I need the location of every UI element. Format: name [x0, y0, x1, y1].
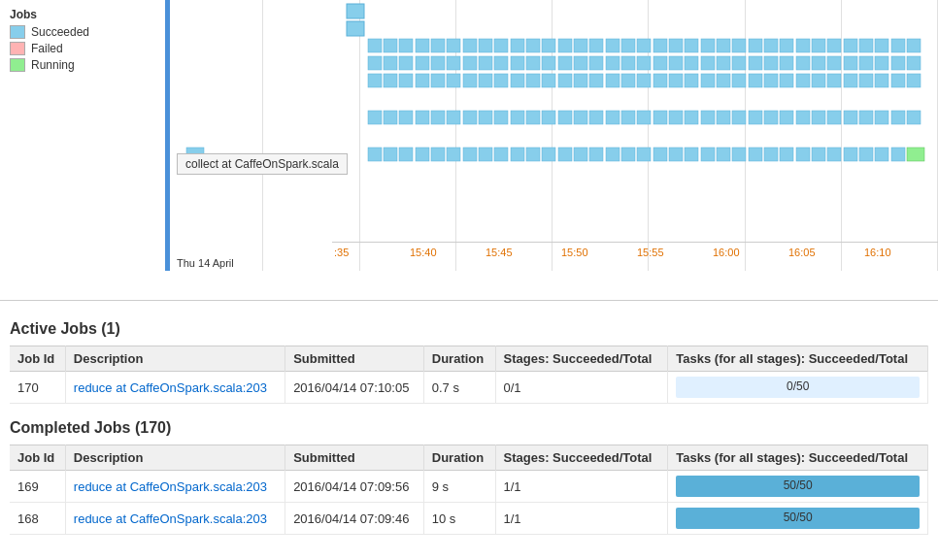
svg-rect-103	[859, 74, 873, 87]
job-duration-cell: 9 s	[423, 471, 495, 503]
svg-rect-52	[606, 56, 620, 70]
svg-rect-42	[447, 56, 460, 70]
svg-rect-49	[558, 56, 572, 70]
svg-rect-113	[463, 111, 477, 124]
svg-rect-78	[463, 74, 477, 87]
svg-rect-157	[589, 148, 603, 161]
svg-rect-106	[907, 74, 921, 87]
svg-rect-73	[384, 74, 397, 87]
svg-rect-158	[606, 148, 620, 161]
legend-succeeded: Succeeded	[10, 25, 89, 39]
svg-rect-70	[891, 56, 905, 70]
svg-rect-169	[780, 148, 793, 161]
svg-rect-112	[447, 111, 460, 124]
x-tick-2: 15:45	[484, 243, 559, 271]
svg-rect-48	[542, 56, 555, 70]
svg-rect-72	[368, 74, 382, 87]
svg-rect-53	[621, 56, 635, 70]
svg-rect-74	[399, 74, 413, 87]
x-axis: :35 15:40 15:45 15:50 15:55 16:00 16:05 …	[332, 242, 938, 271]
svg-rect-13	[542, 39, 555, 52]
svg-rect-114	[479, 111, 492, 124]
svg-rect-9	[479, 39, 492, 52]
completed-jobs-title: Completed Jobs (170)	[10, 419, 928, 437]
svg-rect-101	[827, 74, 841, 87]
svg-rect-27	[764, 39, 778, 52]
timeline-chart: Jobs Succeeded Failed Running	[0, 0, 938, 301]
svg-rect-81	[511, 74, 524, 87]
job-id-cell: 170	[10, 372, 65, 404]
svg-rect-54	[637, 56, 651, 70]
job-description-link[interactable]: reduce at CaffeOnSpark.scala:203	[74, 479, 267, 494]
svg-rect-152	[511, 148, 524, 161]
table-row: 168reduce at CaffeOnSpark.scala:2032016/…	[10, 503, 928, 535]
svg-rect-56	[669, 56, 683, 70]
svg-rect-131	[749, 111, 762, 124]
svg-rect-35	[891, 39, 905, 52]
svg-rect-108	[384, 111, 397, 124]
svg-rect-3	[384, 39, 397, 52]
svg-rect-119	[558, 111, 572, 124]
svg-rect-122	[606, 111, 620, 124]
svg-rect-148	[447, 148, 460, 161]
svg-rect-87	[606, 74, 620, 87]
svg-rect-133	[780, 111, 793, 124]
svg-rect-43	[463, 56, 477, 70]
table-row: 170reduce at CaffeOnSpark.scala:2032016/…	[10, 372, 928, 404]
svg-rect-118	[542, 111, 555, 124]
progress-bar-label: 0/50	[676, 379, 920, 393]
svg-rect-167	[749, 148, 762, 161]
legend-running-label: Running	[31, 58, 75, 72]
svg-rect-1	[347, 21, 364, 36]
svg-rect-23	[701, 39, 715, 52]
tasks-progress-bar: 50/50	[676, 508, 920, 529]
svg-rect-62	[764, 56, 778, 70]
x-tick-4: 15:55	[635, 243, 711, 271]
svg-rect-21	[669, 39, 683, 52]
active-jobs-title: Active Jobs (1)	[10, 320, 928, 338]
svg-rect-109	[399, 111, 413, 124]
svg-rect-154	[542, 148, 555, 161]
svg-rect-164	[701, 148, 715, 161]
svg-rect-97	[764, 74, 778, 87]
job-description-link[interactable]: reduce at CaffeOnSpark.scala:203	[74, 380, 267, 395]
svg-rect-104	[875, 74, 888, 87]
x-tick-7: 16:10	[862, 243, 938, 271]
active-jobs-table: Job Id Description Submitted Duration St…	[10, 346, 928, 404]
svg-rect-102	[844, 74, 857, 87]
x-tick-6: 16:05	[787, 243, 862, 271]
svg-rect-0	[347, 4, 364, 18]
svg-rect-80	[494, 74, 508, 87]
job-description-link[interactable]: reduce at CaffeOnSpark.scala:203	[74, 511, 267, 526]
svg-rect-125	[653, 111, 667, 124]
svg-rect-93	[701, 74, 715, 87]
svg-rect-50	[574, 56, 587, 70]
progress-bar-label: 50/50	[676, 511, 920, 524]
job-stages-cell: 0/1	[495, 372, 668, 404]
table-row: 169reduce at CaffeOnSpark.scala:2032016/…	[10, 471, 928, 503]
svg-rect-77	[447, 74, 460, 87]
svg-rect-127	[685, 111, 698, 124]
svg-rect-135	[812, 111, 825, 124]
svg-rect-161	[653, 148, 667, 161]
tables-area: Active Jobs (1) Job Id Description Submi…	[0, 301, 938, 560]
svg-rect-159	[621, 148, 635, 161]
svg-rect-32	[844, 39, 857, 52]
svg-rect-129	[717, 111, 730, 124]
svg-rect-90	[653, 74, 667, 87]
svg-rect-163	[685, 148, 698, 161]
svg-rect-58	[701, 56, 715, 70]
tasks-progress-bar: 50/50	[676, 476, 920, 497]
x-date: Thu 14 April	[177, 257, 234, 269]
svg-rect-86	[589, 74, 603, 87]
svg-rect-145	[399, 148, 413, 161]
x-tick-3: 15:50	[559, 243, 635, 271]
svg-rect-136	[827, 111, 841, 124]
svg-rect-47	[526, 56, 540, 70]
svg-rect-140	[891, 111, 905, 124]
legend-running: Running	[10, 58, 89, 72]
svg-rect-166	[732, 148, 746, 161]
svg-rect-156	[574, 148, 587, 161]
svg-rect-34	[875, 39, 888, 52]
svg-rect-149	[463, 148, 477, 161]
